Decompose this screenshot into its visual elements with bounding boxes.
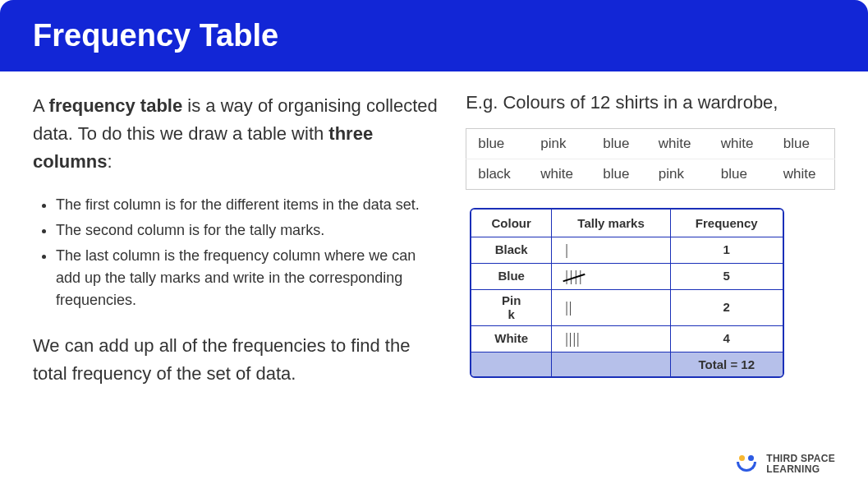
row-label: Pink: [471, 290, 552, 326]
raw-data-table: blue pink blue white white blue black wh…: [466, 128, 835, 190]
table-header-row: Colour Tally marks Frequency: [471, 210, 782, 237]
page-title: Frequency Table: [33, 18, 835, 53]
raw-cell: white: [772, 159, 835, 190]
outro-paragraph: We can add up all of the frequencies to …: [33, 332, 441, 388]
intro-paragraph: A frequency table is a way of organising…: [33, 92, 441, 176]
table-row: White |||| 4: [471, 326, 782, 352]
table-row: blue pink blue white white blue: [466, 129, 835, 159]
tally-cell: |: [552, 237, 671, 264]
bullet-item: The second column is for the tally marks…: [56, 219, 441, 242]
freq-cell: 2: [671, 290, 783, 326]
tally-cell: ||||: [552, 264, 671, 290]
raw-cell: blue: [772, 129, 835, 159]
col-header-frequency: Frequency: [671, 210, 783, 237]
row-label: White: [471, 326, 552, 352]
bullet-item: The first column is for the different it…: [56, 194, 441, 216]
raw-cell: white: [529, 159, 591, 190]
logo-text: THIRD SPACE LEARNING: [766, 454, 835, 475]
raw-cell: blue: [591, 129, 647, 159]
table-row: Black | 1: [471, 237, 782, 264]
col-header-colour: Colour: [471, 210, 552, 237]
intro-bold-1: frequency table: [49, 95, 183, 116]
brand-line-2: LEARNING: [766, 463, 820, 475]
raw-cell: black: [466, 159, 530, 190]
content-area: A frequency table is a way of organising…: [0, 71, 868, 408]
row-label: Black: [471, 237, 552, 264]
bullet-item: The last column is the frequency column …: [56, 245, 441, 311]
total-row: Total = 12: [471, 352, 782, 376]
raw-cell: blue: [591, 159, 647, 190]
total-spacer: [471, 352, 552, 376]
freq-cell: 4: [671, 326, 783, 352]
table-row: black white blue pink blue white: [466, 159, 835, 190]
freq-cell: 1: [671, 237, 783, 264]
tally-cell: ||||: [552, 326, 671, 352]
raw-cell: white: [710, 129, 772, 159]
raw-cell: blue: [710, 159, 772, 190]
brand-logo: THIRD SPACE LEARNING: [735, 454, 835, 475]
logo-icon: [735, 455, 758, 473]
table-row: Pink || 2: [471, 290, 782, 326]
raw-cell: pink: [647, 159, 710, 190]
bullet-list: The first column is for the different it…: [33, 194, 441, 311]
col-header-tally: Tally marks: [552, 210, 671, 237]
table-row: Blue |||| 5: [471, 264, 782, 290]
raw-cell: blue: [466, 129, 530, 159]
header-bar: Frequency Table: [0, 0, 868, 71]
lesson-card: Frequency Table A frequency table is a w…: [0, 0, 868, 493]
raw-cell: white: [647, 129, 710, 159]
frequency-table-wrap: Colour Tally marks Frequency Black | 1 B…: [470, 208, 783, 378]
tally-cell: ||: [552, 290, 671, 326]
row-label: Blue: [471, 264, 552, 290]
intro-text-3: :: [107, 151, 112, 172]
freq-cell: 5: [671, 264, 783, 290]
left-column: A frequency table is a way of organising…: [33, 92, 441, 388]
frequency-table: Colour Tally marks Frequency Black | 1 B…: [470, 208, 783, 378]
right-column: E.g. Colours of 12 shirts in a wardrobe,…: [466, 92, 835, 388]
brand-line-1: THIRD SPACE: [766, 453, 835, 464]
total-spacer: [552, 352, 671, 376]
intro-text-1: A: [33, 95, 49, 116]
raw-cell: pink: [529, 129, 591, 159]
example-title: E.g. Colours of 12 shirts in a wardrobe,: [466, 92, 835, 113]
total-cell: Total = 12: [671, 352, 783, 376]
